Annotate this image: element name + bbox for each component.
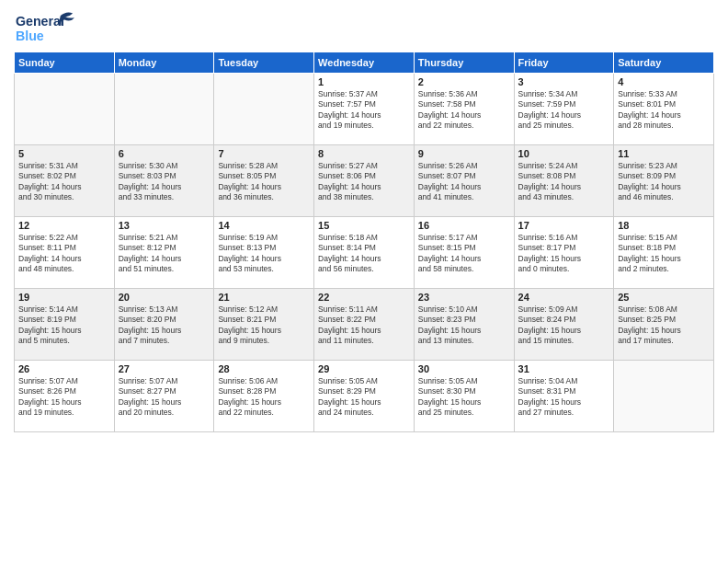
calendar-cell: 18Sunrise: 5:15 AM Sunset: 8:18 PM Dayli… bbox=[614, 217, 714, 289]
cell-info: Sunrise: 5:28 AM Sunset: 8:05 PM Dayligh… bbox=[218, 161, 310, 203]
cell-info: Sunrise: 5:09 AM Sunset: 8:24 PM Dayligh… bbox=[518, 304, 610, 347]
day-number: 25 bbox=[618, 292, 710, 303]
day-number: 15 bbox=[318, 220, 410, 231]
cell-info: Sunrise: 5:26 AM Sunset: 8:07 PM Dayligh… bbox=[418, 161, 510, 203]
calendar-cell: 6Sunrise: 5:30 AM Sunset: 8:03 PM Daylig… bbox=[114, 145, 214, 217]
calendar-cell: 19Sunrise: 5:14 AM Sunset: 8:19 PM Dayli… bbox=[15, 289, 115, 361]
day-number: 26 bbox=[18, 363, 110, 374]
calendar-cell: 25Sunrise: 5:08 AM Sunset: 8:25 PM Dayli… bbox=[614, 289, 714, 361]
calendar-cell: 16Sunrise: 5:17 AM Sunset: 8:15 PM Dayli… bbox=[414, 217, 514, 289]
cell-info: Sunrise: 5:11 AM Sunset: 8:22 PM Dayligh… bbox=[318, 304, 410, 347]
weekday-header-sunday: Sunday bbox=[15, 52, 115, 74]
calendar-cell: 15Sunrise: 5:18 AM Sunset: 8:14 PM Dayli… bbox=[314, 217, 415, 289]
day-number: 23 bbox=[418, 292, 510, 303]
day-number: 17 bbox=[518, 220, 610, 231]
cell-info: Sunrise: 5:16 AM Sunset: 8:17 PM Dayligh… bbox=[518, 233, 610, 275]
cell-info: Sunrise: 5:07 AM Sunset: 8:26 PM Dayligh… bbox=[18, 376, 110, 419]
cell-info: Sunrise: 5:18 AM Sunset: 8:14 PM Dayligh… bbox=[318, 233, 410, 275]
calendar-cell: 2Sunrise: 5:36 AM Sunset: 7:58 PM Daylig… bbox=[414, 74, 514, 145]
calendar-cell: 7Sunrise: 5:28 AM Sunset: 8:05 PM Daylig… bbox=[214, 145, 314, 217]
logo-svg: General Blue bbox=[14, 9, 83, 46]
day-number: 20 bbox=[119, 292, 210, 303]
day-number: 1 bbox=[318, 76, 410, 87]
cell-info: Sunrise: 5:36 AM Sunset: 7:58 PM Dayligh… bbox=[418, 89, 510, 132]
header: General Blue bbox=[14, 9, 714, 46]
day-number: 27 bbox=[119, 363, 210, 374]
cell-info: Sunrise: 5:33 AM Sunset: 8:01 PM Dayligh… bbox=[618, 89, 710, 132]
calendar-cell: 31Sunrise: 5:04 AM Sunset: 8:31 PM Dayli… bbox=[514, 361, 614, 432]
calendar-cell: 11Sunrise: 5:23 AM Sunset: 8:09 PM Dayli… bbox=[614, 145, 714, 217]
cell-info: Sunrise: 5:22 AM Sunset: 8:11 PM Dayligh… bbox=[18, 233, 110, 275]
calendar-cell: 4Sunrise: 5:33 AM Sunset: 8:01 PM Daylig… bbox=[614, 74, 714, 145]
calendar-cell bbox=[614, 361, 714, 432]
day-number: 5 bbox=[18, 148, 110, 159]
cell-info: Sunrise: 5:30 AM Sunset: 8:03 PM Dayligh… bbox=[119, 161, 210, 203]
calendar-cell: 12Sunrise: 5:22 AM Sunset: 8:11 PM Dayli… bbox=[15, 217, 115, 289]
day-number: 22 bbox=[318, 292, 410, 303]
logo: General Blue bbox=[14, 9, 83, 46]
calendar-cell: 29Sunrise: 5:05 AM Sunset: 8:29 PM Dayli… bbox=[314, 361, 415, 432]
calendar-cell: 1Sunrise: 5:37 AM Sunset: 7:57 PM Daylig… bbox=[314, 74, 415, 145]
weekday-header-tuesday: Tuesday bbox=[214, 52, 314, 74]
day-number: 12 bbox=[18, 220, 110, 231]
weekday-header-friday: Friday bbox=[514, 52, 614, 74]
cell-info: Sunrise: 5:31 AM Sunset: 8:02 PM Dayligh… bbox=[18, 161, 110, 203]
calendar-cell: 28Sunrise: 5:06 AM Sunset: 8:28 PM Dayli… bbox=[214, 361, 314, 432]
day-number: 31 bbox=[518, 363, 610, 374]
cell-info: Sunrise: 5:08 AM Sunset: 8:25 PM Dayligh… bbox=[618, 304, 710, 347]
day-number: 9 bbox=[418, 148, 510, 159]
calendar-week-1: 1Sunrise: 5:37 AM Sunset: 7:57 PM Daylig… bbox=[15, 74, 714, 145]
calendar-cell: 20Sunrise: 5:13 AM Sunset: 8:20 PM Dayli… bbox=[114, 289, 214, 361]
calendar-cell: 8Sunrise: 5:27 AM Sunset: 8:06 PM Daylig… bbox=[314, 145, 415, 217]
weekday-header-saturday: Saturday bbox=[614, 52, 714, 74]
calendar-table: SundayMondayTuesdayWednesdayThursdayFrid… bbox=[14, 52, 714, 432]
day-number: 4 bbox=[618, 76, 710, 87]
cell-info: Sunrise: 5:15 AM Sunset: 8:18 PM Dayligh… bbox=[618, 233, 710, 275]
day-number: 10 bbox=[518, 148, 610, 159]
day-number: 13 bbox=[119, 220, 210, 231]
day-number: 29 bbox=[318, 363, 410, 374]
cell-info: Sunrise: 5:04 AM Sunset: 8:31 PM Dayligh… bbox=[518, 376, 610, 419]
calendar-cell bbox=[15, 74, 115, 145]
day-number: 14 bbox=[218, 220, 310, 231]
day-number: 6 bbox=[119, 148, 210, 159]
calendar-cell: 22Sunrise: 5:11 AM Sunset: 8:22 PM Dayli… bbox=[314, 289, 415, 361]
day-number: 24 bbox=[518, 292, 610, 303]
day-number: 3 bbox=[518, 76, 610, 87]
weekday-header-wednesday: Wednesday bbox=[314, 52, 415, 74]
cell-info: Sunrise: 5:27 AM Sunset: 8:06 PM Dayligh… bbox=[318, 161, 410, 203]
svg-text:Blue: Blue bbox=[16, 29, 44, 43]
day-number: 16 bbox=[418, 220, 510, 231]
cell-info: Sunrise: 5:10 AM Sunset: 8:23 PM Dayligh… bbox=[418, 304, 510, 347]
cell-info: Sunrise: 5:37 AM Sunset: 7:57 PM Dayligh… bbox=[318, 89, 410, 132]
cell-info: Sunrise: 5:07 AM Sunset: 8:27 PM Dayligh… bbox=[119, 376, 210, 419]
calendar-cell: 13Sunrise: 5:21 AM Sunset: 8:12 PM Dayli… bbox=[114, 217, 214, 289]
day-number: 18 bbox=[618, 220, 710, 231]
calendar-cell: 23Sunrise: 5:10 AM Sunset: 8:23 PM Dayli… bbox=[414, 289, 514, 361]
calendar-week-3: 12Sunrise: 5:22 AM Sunset: 8:11 PM Dayli… bbox=[15, 217, 714, 289]
weekday-header-monday: Monday bbox=[114, 52, 214, 74]
cell-info: Sunrise: 5:19 AM Sunset: 8:13 PM Dayligh… bbox=[218, 233, 310, 275]
day-number: 11 bbox=[618, 148, 710, 159]
calendar-week-2: 5Sunrise: 5:31 AM Sunset: 8:02 PM Daylig… bbox=[15, 145, 714, 217]
day-number: 30 bbox=[418, 363, 510, 374]
calendar-cell: 14Sunrise: 5:19 AM Sunset: 8:13 PM Dayli… bbox=[214, 217, 314, 289]
calendar-cell: 24Sunrise: 5:09 AM Sunset: 8:24 PM Dayli… bbox=[514, 289, 614, 361]
calendar-cell: 30Sunrise: 5:05 AM Sunset: 8:30 PM Dayli… bbox=[414, 361, 514, 432]
day-number: 7 bbox=[218, 148, 310, 159]
cell-info: Sunrise: 5:05 AM Sunset: 8:29 PM Dayligh… bbox=[318, 376, 410, 419]
cell-info: Sunrise: 5:05 AM Sunset: 8:30 PM Dayligh… bbox=[418, 376, 510, 419]
cell-info: Sunrise: 5:17 AM Sunset: 8:15 PM Dayligh… bbox=[418, 233, 510, 275]
cell-info: Sunrise: 5:06 AM Sunset: 8:28 PM Dayligh… bbox=[218, 376, 310, 419]
day-number: 28 bbox=[218, 363, 310, 374]
calendar-cell: 17Sunrise: 5:16 AM Sunset: 8:17 PM Dayli… bbox=[514, 217, 614, 289]
calendar-cell: 10Sunrise: 5:24 AM Sunset: 8:08 PM Dayli… bbox=[514, 145, 614, 217]
cell-info: Sunrise: 5:23 AM Sunset: 8:09 PM Dayligh… bbox=[618, 161, 710, 203]
weekday-header-thursday: Thursday bbox=[414, 52, 514, 74]
cell-info: Sunrise: 5:24 AM Sunset: 8:08 PM Dayligh… bbox=[518, 161, 610, 203]
calendar-cell bbox=[214, 74, 314, 145]
day-number: 19 bbox=[18, 292, 110, 303]
day-number: 2 bbox=[418, 76, 510, 87]
cell-info: Sunrise: 5:21 AM Sunset: 8:12 PM Dayligh… bbox=[119, 233, 210, 275]
cell-info: Sunrise: 5:13 AM Sunset: 8:20 PM Dayligh… bbox=[119, 304, 210, 347]
